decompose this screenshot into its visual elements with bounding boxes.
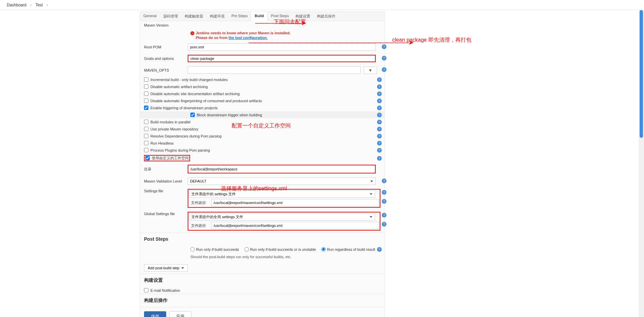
- scroll-thumb[interactable]: [640, 10, 643, 138]
- global-settings-path-input[interactable]: [211, 222, 379, 229]
- tab-env[interactable]: 构建环境: [206, 12, 228, 21]
- help-icon[interactable]: ?: [382, 213, 386, 217]
- help-icon[interactable]: ?: [382, 199, 386, 204]
- post-actions-header: 构建后操作: [140, 294, 384, 307]
- breadcrumb-item[interactable]: Test: [35, 3, 43, 7]
- radio-regardless[interactable]: [321, 247, 326, 251]
- help-icon[interactable]: ?: [382, 222, 386, 227]
- private-repo-check[interactable]: [144, 127, 148, 131]
- help-icon[interactable]: ?: [382, 67, 386, 72]
- annotation-arrow: ————————————————————————————➤: [248, 38, 413, 46]
- help-icon[interactable]: ?: [377, 141, 382, 146]
- process-plugins-check[interactable]: [144, 148, 148, 152]
- global-settings-select[interactable]: [189, 213, 375, 221]
- help-icon[interactable]: ?: [377, 113, 382, 117]
- help-icon[interactable]: ?: [377, 134, 382, 138]
- radio-succeeds[interactable]: [190, 247, 195, 251]
- save-button[interactable]: 保存: [144, 311, 166, 317]
- chevron-right-icon: ›: [47, 3, 48, 7]
- help-icon[interactable]: ?: [377, 98, 382, 103]
- chevron-right-icon: ›: [30, 3, 32, 7]
- annotation-text: clean package 即先清理，再打包: [392, 37, 471, 44]
- disable-artifact-label: Disable automatic artifact archiving: [150, 85, 208, 89]
- private-repo-label: Use private Maven repository: [150, 127, 198, 131]
- settings-path-input[interactable]: [211, 199, 379, 206]
- annotation-text: 下面回去配置: [274, 18, 306, 26]
- dir-label: 目录: [144, 167, 188, 172]
- validation-label: Maven Validation Level: [144, 179, 188, 183]
- help-icon[interactable]: ?: [377, 77, 382, 82]
- settings-path-label: 文件路径: [191, 200, 211, 205]
- maven-opts-label: MAVEN_OPTS: [144, 68, 188, 72]
- help-icon[interactable]: ?: [377, 148, 382, 153]
- build-parallel-check[interactable]: [144, 120, 148, 124]
- build-settings-header: 构建设置: [140, 274, 384, 287]
- root-pom-label: Root POM: [144, 45, 188, 49]
- disable-artifact-check[interactable]: [144, 84, 148, 89]
- radio-unstable[interactable]: [244, 247, 249, 251]
- help-icon[interactable]: ?: [382, 56, 386, 61]
- run-headless-label: Run Headless: [150, 141, 174, 145]
- global-settings-path-label: 文件路径: [191, 223, 211, 228]
- resolve-deps-check[interactable]: [144, 134, 148, 138]
- incremental-check[interactable]: [144, 77, 148, 82]
- maven-version-label: Maven Version: [144, 23, 188, 27]
- settings-label: Settings file: [144, 189, 188, 193]
- disable-fingerprint-check[interactable]: [144, 98, 148, 103]
- validation-select[interactable]: [188, 177, 376, 185]
- block-trigger-check[interactable]: [190, 113, 195, 117]
- block-trigger-label: Block downstream trigger when building: [197, 113, 262, 117]
- run-headless-check[interactable]: [144, 141, 148, 145]
- help-icon[interactable]: ?: [377, 120, 382, 124]
- tab-presteps[interactable]: Pre Steps: [228, 12, 251, 21]
- help-icon[interactable]: ?: [377, 156, 382, 161]
- disable-fingerprint-label: Disable automatic fingerprinting of cons…: [150, 99, 262, 103]
- global-settings-label: Global Settings file: [144, 212, 188, 216]
- resolve-deps-label: Resolve Dependencies during Pom parsing: [150, 134, 222, 138]
- custom-workspace-check[interactable]: [145, 156, 150, 160]
- process-plugins-label: Process Plugins during Pom parsing: [150, 148, 210, 152]
- help-icon[interactable]: ?: [377, 127, 382, 131]
- goals-label: Goals and options: [144, 56, 188, 61]
- disable-site-label: Disable automatic site documentation art…: [150, 92, 240, 96]
- scrollbar[interactable]: [639, 10, 644, 317]
- post-steps-header: Post Steps: [140, 233, 384, 245]
- expand-button[interactable]: ▼: [364, 67, 377, 74]
- help-icon[interactable]: ?: [377, 247, 382, 252]
- workspace-dir-input[interactable]: [188, 165, 375, 173]
- tab-general[interactable]: General: [140, 12, 160, 21]
- help-icon[interactable]: ?: [377, 106, 382, 110]
- disable-site-check[interactable]: [144, 91, 148, 96]
- enable-trigger-check[interactable]: [144, 106, 148, 110]
- goals-input[interactable]: [188, 55, 376, 62]
- incremental-label: Incremental build - only build changed m…: [150, 78, 228, 82]
- breadcrumb-item[interactable]: Dashboard: [7, 3, 27, 7]
- help-icon[interactable]: ?: [377, 91, 382, 96]
- add-post-build-button[interactable]: Add post-build step: [144, 264, 188, 272]
- help-icon[interactable]: ?: [377, 84, 382, 89]
- error-icon: −: [190, 31, 194, 35]
- custom-workspace-label: 使用自定义的工作空间: [152, 156, 189, 161]
- post-steps-note: Should the post-build steps run only for…: [140, 253, 384, 262]
- breadcrumb: Dashboard › Test ›: [0, 0, 644, 10]
- annotation-text: 配置一个自定义工作空间: [232, 122, 291, 129]
- enable-trigger-label: Enable triggering of downstream projects: [150, 106, 218, 110]
- email-notify-label: E-mail Notification: [150, 288, 180, 292]
- maven-opts-input[interactable]: [188, 66, 361, 74]
- help-icon[interactable]: ?: [382, 179, 386, 183]
- annotation-text: 选择服务器上的settings.xml: [221, 185, 287, 192]
- build-parallel-label: Build modules in parallel: [150, 120, 190, 124]
- email-notify-check[interactable]: [144, 288, 148, 292]
- tab-triggers[interactable]: 构建触发器: [181, 12, 206, 21]
- help-icon[interactable]: ?: [382, 190, 386, 195]
- tab-post-actions[interactable]: 构建后操作: [314, 12, 339, 21]
- tab-scm[interactable]: 源码管理: [160, 12, 181, 21]
- apply-button[interactable]: 应用: [169, 311, 191, 317]
